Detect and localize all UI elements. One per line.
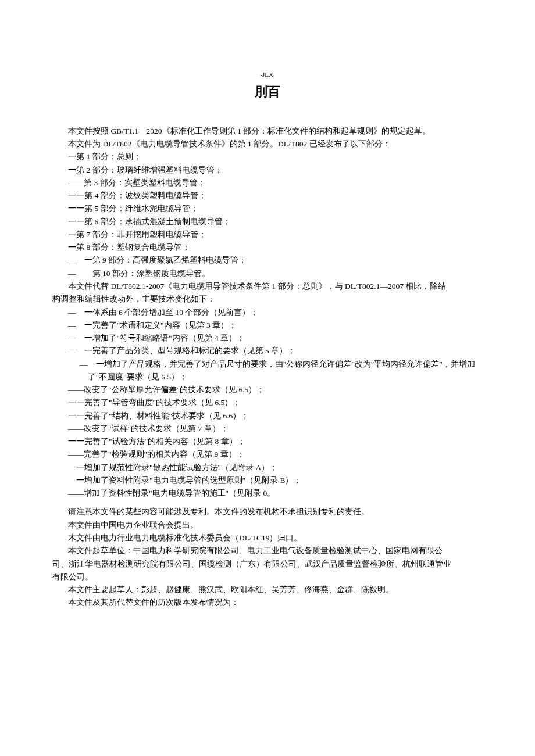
change-item: 一增加了规范性附录"散热性能试验方法"（见附录 A）； (52, 461, 483, 474)
paragraph-committee: 木文件由电力行业电力电缆标准化技术委员会（DL/TC19）归口。 (52, 532, 483, 544)
paragraph-authors: 本文件主要起草人：彭超、赵健康、熊汉武、欧阳本红、吴芳芳、佟海燕、金群、陈毅明。 (52, 583, 483, 596)
part-item: 一第 7 部分：非开挖用塑料电缆导管； (52, 228, 483, 241)
change-item: — 一完善了产品分类、型号规格和标记的要求（见第 5 章）； (52, 345, 483, 357)
paragraph-replace-a: 本文件代替 DL/T802.1-2007《电力电缆用导管技术条件第 1 部分：总… (52, 280, 483, 293)
document-page: -JLX. 刖百 本文件按照 GB/T1.1—2020《标准化工作导则第 1 部… (0, 0, 535, 756)
part-item: ——第 3 部分：实壁类塑料电缆导管； (52, 177, 483, 189)
paragraph-drafters-a: 本文件起草单位：中国电力科学研究院有限公司、电力工业电气设备质量检验测试中心、国… (52, 544, 483, 557)
change-item: ——改变了"试样"的技术要求（见第 7 章）； (52, 422, 483, 435)
paragraph-proposer: 本文件由中国电力企业联合会提出。 (52, 519, 483, 532)
change-item: 一增加了资料性附录"电力电缆导管的选型原则"（见附录 B）； (52, 474, 483, 487)
part-item: — 一第 9 部分：高强度聚氯乙烯塑料电缆导管； (52, 254, 483, 267)
change-item: — 一增加了"符号和缩略语"内容（见第 4 章）； (52, 332, 483, 345)
paragraph-drafters-b: 司、浙江华电器材检测研究院有限公司、国缆检测（广东）有限公司、武汉产品质量监督检… (52, 558, 483, 571)
part-item: 一第 8 部分：塑钢复合电缆导管； (52, 241, 483, 254)
part-item: — 第 10 部分：涂塑钢质电缆导管。 (52, 267, 483, 280)
change-item: ——改变了"公称壁厚允许偏差"的技术要求（见 6.5）； (52, 384, 483, 396)
paragraph-drafters-c: 有限公司。 (52, 571, 483, 583)
change-item: ——增加了资料性附录"电力电缆导管的施工"（见附录 0。 (52, 487, 483, 500)
spacer (52, 500, 483, 506)
change-item: — 一增加了产品规格，并完善了对产品尺寸的要求，由"公称内径允许偏差"改为"平均… (52, 358, 483, 384)
part-item: 一第 1 部分：总则； (52, 151, 483, 163)
change-item: ——完善了"检验规则"的相关内容（见第 9 章）； (52, 448, 483, 461)
change-item: — 一完善了"术语和定义"内容（见第 3 章）； (52, 319, 483, 332)
paragraph-parts-intro: 本文件为 DL/T802《电力电缆导管技术条件》的第 1 部分。DL/T802 … (52, 138, 483, 151)
change-item: — 一体系由 6 个部分增加至 10 个部分（见前言）； (52, 306, 483, 319)
paragraph-basis: 本文件按照 GB/T1.1—2020《标准化工作导则第 1 部分：标准化文件的结… (52, 125, 483, 138)
paragraph-patent: 请注意本文件的某些内容可能涉及专利。本文件的发布机构不承担识别专利的责任。 (52, 506, 483, 518)
part-item: 一一第 5 部分：纤维水泥电缆导管； (52, 202, 483, 215)
page-title: 刖百 (52, 81, 483, 102)
header-code: -JLX. (52, 70, 483, 80)
part-item: 一一第 4 部分：波纹类塑料电缆导管； (52, 189, 483, 202)
change-item: 一一完善了"试验方法"的相关内容（见第 8 章）； (52, 435, 483, 448)
paragraph-replace-b: 构调整和编辑性改动外，主要技术变化如下： (52, 293, 483, 306)
change-item: 一一完善了"导管弯曲度"的技术要求（见 6.5）； (52, 396, 483, 409)
part-item: 一第 2 部分：玻璃纤维增强塑料电缆导管； (52, 164, 483, 177)
part-item: 一一第 6 部分：承插式混凝土预制电缆导管； (52, 216, 483, 228)
paragraph-versions: 本文件及其所代替文件的历次版本发布情况为： (52, 596, 483, 609)
change-item: 一一完善了"结构、材料性能"技术要求（见 6.6）； (52, 410, 483, 422)
